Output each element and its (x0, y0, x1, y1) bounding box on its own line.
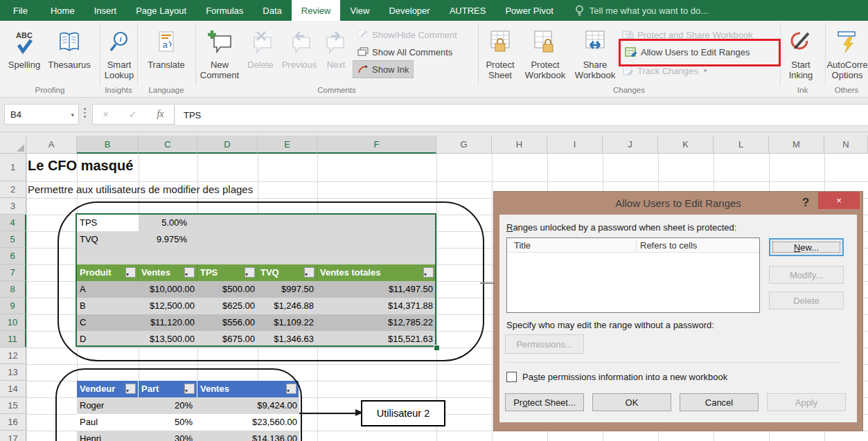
tab-review[interactable]: Review (292, 0, 341, 21)
column-header-H[interactable]: H (492, 136, 547, 154)
tab-autres[interactable]: AUTRES (440, 0, 496, 21)
start-inking-button[interactable]: Start Inking (781, 25, 820, 80)
dialog-separator (505, 362, 842, 363)
tab-page-layout[interactable]: Page Layout (126, 0, 196, 21)
protect-workbook-button[interactable]: Protect Workbook (520, 25, 570, 80)
group-label-others: Others (825, 86, 868, 96)
show-hide-comment-button[interactable]: Show/Hide Comment (357, 26, 457, 43)
list-header-refers-to-cells[interactable]: Refers to cells (640, 240, 697, 251)
column-header-D[interactable]: D (197, 136, 258, 154)
apply-button[interactable]: Apply (767, 393, 846, 411)
column-header-L[interactable]: L (714, 136, 769, 154)
row-header-2[interactable]: 2 (0, 181, 26, 198)
column-header-F[interactable]: F (317, 136, 436, 154)
row-header-7[interactable]: 7 (0, 264, 26, 281)
translate-button[interactable]: a Translate (139, 25, 194, 70)
row-header-5[interactable]: 5 (0, 231, 26, 248)
row-header-14[interactable]: 14 (0, 381, 26, 397)
connector-line-to-dialog (480, 282, 494, 284)
row-header-1[interactable]: 1 (0, 154, 26, 181)
row-header-16[interactable]: 16 (0, 414, 26, 431)
previous-comment-button[interactable]: Previous (279, 25, 319, 70)
thesaurus-button[interactable]: Thesaurus (43, 25, 96, 70)
tab-insert[interactable]: Insert (85, 0, 127, 21)
delete-comment-button[interactable]: Delete (242, 25, 278, 70)
column-header-A[interactable]: A (26, 136, 77, 154)
name-box[interactable]: B4 ▾ (4, 104, 79, 125)
share-workbook-icon (583, 25, 607, 60)
autocorrect-options-button[interactable]: AutoCorre Options (826, 25, 868, 80)
specify-label: Specify who may edit the range without a… (506, 320, 714, 330)
ok-button[interactable]: OK (592, 393, 671, 411)
row-header-10[interactable]: 10 (0, 314, 26, 331)
delete-button[interactable]: Delete (769, 291, 844, 309)
show-ink-button[interactable]: Show Ink (353, 60, 414, 78)
cancel-entry-icon[interactable]: × (103, 109, 108, 120)
tab-power-pivot[interactable]: Power Pivot (495, 0, 563, 21)
column-header-K[interactable]: K (658, 136, 714, 154)
formula-input[interactable]: TPS (175, 104, 868, 126)
group-label-proofing: Proofing (0, 86, 100, 96)
share-workbook-button[interactable]: Share Workbook (571, 25, 619, 80)
ranges-list[interactable]: Title Refers to cells (506, 237, 760, 313)
protect-sheet-dialog-button[interactable]: Protect Sheet... (505, 393, 584, 411)
row-header-15[interactable]: 15 (0, 397, 26, 414)
callout-shape-table1 (57, 201, 484, 361)
confirm-entry-icon[interactable]: ✓ (129, 109, 137, 120)
modify-button[interactable]: Modify... (769, 266, 844, 284)
tab-developer[interactable]: Developer (379, 0, 439, 21)
dialog-body: Ranges unlocked by a password when sheet… (499, 215, 857, 422)
cancel-button[interactable]: Cancel (680, 393, 759, 411)
group-label-ink: Ink (780, 86, 825, 96)
show-all-comments-icon (357, 46, 369, 57)
column-header-N[interactable]: N (824, 136, 868, 154)
new-button[interactable]: New... (769, 238, 844, 256)
group-separator (195, 24, 196, 86)
thesaurus-label: Thesaurus (48, 60, 90, 70)
tab-view[interactable]: View (340, 0, 379, 21)
formula-bar-resize-handle[interactable] (84, 108, 86, 118)
tab-file[interactable]: File (0, 0, 41, 21)
help-button[interactable]: ? (797, 195, 814, 211)
next-comment-button[interactable]: Next (320, 25, 352, 70)
column-header-G[interactable]: G (436, 136, 492, 154)
protect-workbook-icon (533, 25, 557, 60)
chevron-down-icon[interactable]: ▾ (71, 111, 74, 118)
column-header-I[interactable]: I (547, 136, 603, 154)
row-header-11[interactable]: 11 (0, 331, 26, 348)
paste-permissions-checkbox[interactable] (506, 372, 517, 382)
row-header-13[interactable]: 13 (0, 364, 26, 381)
row-header-3[interactable]: 3 (0, 198, 26, 215)
row-header-4[interactable]: 4 (0, 215, 26, 231)
tell-me-box[interactable]: Tell me what you want to do... (574, 0, 708, 21)
column-header-J[interactable]: J (603, 136, 658, 154)
row-header-9[interactable]: 9 (0, 298, 26, 314)
tab-data[interactable]: Data (253, 0, 291, 21)
permissions-button[interactable]: Permissions... (505, 334, 584, 354)
protect-sheet-button[interactable]: Protect Sheet (481, 25, 520, 80)
show-all-comments-button[interactable]: Show All Comments (357, 44, 452, 60)
smart-lookup-label: Smart Lookup (101, 60, 137, 80)
formula-bar: B4 ▾ × ✓ fx TPS (0, 98, 868, 132)
row-header-12[interactable]: 12 (0, 348, 26, 364)
row-header-17[interactable]: 17 (0, 431, 26, 441)
row-header-6[interactable]: 6 (0, 248, 26, 264)
new-comment-button[interactable]: New Comment (198, 25, 241, 80)
arrow-line (299, 413, 356, 414)
show-ink-icon (357, 64, 369, 75)
group-label-insights: Insights (100, 86, 137, 96)
tab-home[interactable]: Home (41, 0, 85, 21)
select-all-corner[interactable] (0, 136, 26, 154)
autocorrect-options-label-line2: Options (832, 70, 863, 80)
column-header-M[interactable]: M (769, 136, 824, 154)
spelling-button[interactable]: ABC Spelling (4, 25, 44, 70)
column-header-C[interactable]: C (139, 136, 197, 154)
tab-formulas[interactable]: Formulas (196, 0, 253, 21)
list-header-title[interactable]: Title (514, 240, 531, 251)
insert-function-icon[interactable]: fx (157, 109, 163, 120)
row-header-8[interactable]: 8 (0, 281, 26, 298)
column-header-B[interactable]: B (77, 136, 139, 154)
close-button[interactable]: × (818, 192, 860, 209)
smart-lookup-button[interactable]: i Smart Lookup (101, 25, 137, 80)
column-header-E[interactable]: E (258, 136, 317, 154)
